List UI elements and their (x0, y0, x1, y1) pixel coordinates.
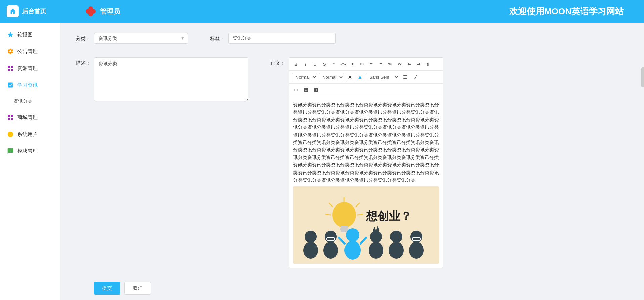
svg-rect-9 (340, 228, 348, 230)
header-home[interactable]: 后台首页 (7, 5, 67, 17)
svg-rect-8 (341, 226, 348, 228)
underline-button[interactable]: U (311, 60, 319, 68)
svg-point-22 (346, 228, 359, 242)
sidebar-item-modules[interactable]: 模块管理 (0, 143, 60, 159)
category-label: 分类： (74, 33, 91, 42)
grid-icon (7, 65, 14, 72)
image-button[interactable] (302, 86, 311, 95)
clear-format-button[interactable]: 𝐼 (411, 73, 419, 81)
shop-icon (7, 114, 14, 121)
admin-icon (85, 5, 97, 17)
align-center-button[interactable]: ☰ (401, 73, 409, 81)
sidebar-item-resource[interactable]: 资源管理 (0, 60, 60, 77)
desc-field: 描述： (74, 57, 248, 101)
superscript-button[interactable]: x2 (395, 60, 404, 68)
sidebar-label-users: 系统用户 (17, 131, 38, 138)
font-select[interactable]: Sans Serif (366, 73, 399, 81)
bold-button[interactable]: B (292, 60, 301, 68)
sidebar-item-users[interactable]: 系统用户 (0, 126, 60, 143)
content-label: 正文： (269, 57, 285, 66)
strikethrough-button[interactable]: S (320, 60, 329, 68)
svg-point-17 (305, 231, 317, 243)
main-content: 分类： 资讯分类 ▼ 标签： 描述： (60, 23, 644, 300)
highlight-button[interactable]: ▲ (356, 73, 364, 81)
font-select-wrapper: Sans Serif (366, 73, 399, 81)
svg-rect-10 (341, 230, 348, 232)
tag-input[interactable] (228, 33, 336, 44)
editor-text: 资讯分类资讯分类资讯分类资讯分类资讯分类资讯分类资讯分类资讯分类资讯分类资讯分类… (293, 101, 439, 184)
subscript-button[interactable]: x2 (386, 60, 395, 68)
svg-line-15 (358, 214, 363, 215)
submit-button[interactable]: 提交 (94, 282, 120, 295)
quote-button[interactable]: “ (329, 60, 338, 68)
form-actions: 提交 取消 (74, 282, 631, 295)
svg-point-31 (410, 231, 422, 243)
learning-icon (7, 81, 14, 89)
indent-right-button[interactable]: ⇒ (414, 60, 423, 68)
svg-point-7 (332, 202, 356, 228)
users-icon (7, 130, 14, 138)
editor-content[interactable]: 资讯分类资讯分类资讯分类资讯分类资讯分类资讯分类资讯分类资讯分类资讯分类资讯分类… (289, 97, 443, 268)
tag-field: 标签： (208, 33, 336, 44)
sidebar-label-modules: 模块管理 (17, 148, 38, 154)
size-select-wrapper: Normal (319, 73, 344, 81)
style-select[interactable]: Normal (292, 73, 317, 81)
unordered-list-button[interactable]: ≡ (376, 60, 385, 68)
sidebar-label-news-cat: 资讯分类 (13, 98, 32, 104)
sidebar-item-carousel[interactable]: 轮播图 (0, 26, 60, 43)
svg-point-33 (409, 242, 424, 259)
link-button[interactable] (292, 86, 301, 95)
home-icon-wrapper (7, 5, 19, 17)
layout: 轮播图 公告管理 资源管理 学习资讯 (0, 23, 644, 300)
svg-point-21 (323, 242, 338, 259)
star-icon (7, 31, 14, 38)
svg-point-4 (88, 9, 93, 14)
svg-point-28 (369, 242, 383, 259)
svg-point-30 (389, 242, 404, 259)
video-button[interactable] (312, 86, 321, 95)
size-select[interactable]: Normal (319, 73, 344, 81)
desc-label: 描述： (74, 57, 91, 66)
svg-point-5 (8, 132, 13, 137)
tag-label: 标签： (208, 33, 225, 42)
indent-left-button[interactable]: ⇐ (405, 60, 413, 68)
sidebar: 轮播图 公告管理 资源管理 学习资讯 (0, 23, 60, 300)
rich-editor: B I U S “ <> H1 H2 ≡ ≡ x2 x2 ⇐ ⇒ (289, 57, 443, 268)
desc-textarea[interactable] (94, 57, 248, 101)
editor-toolbar-row2: Normal Normal A ▲ Sans Serif (289, 71, 443, 84)
sidebar-label-carousel: 轮播图 (17, 32, 33, 38)
category-select-wrapper: 资讯分类 ▼ (94, 33, 188, 44)
editor-image: 想创业？ (293, 186, 439, 264)
italic-button[interactable]: I (301, 60, 310, 68)
right-collapse-handle[interactable] (641, 67, 644, 87)
sidebar-item-shop[interactable]: 商城管理 (0, 109, 60, 126)
font-color-button[interactable]: A (346, 73, 354, 81)
svg-text:想创业？: 想创业？ (366, 210, 412, 222)
ordered-list-button[interactable]: ≡ (367, 60, 376, 68)
sidebar-item-notice[interactable]: 公告管理 (0, 43, 60, 60)
svg-point-19 (325, 231, 337, 243)
svg-point-29 (390, 231, 402, 243)
h2-button[interactable]: H2 (358, 60, 366, 68)
header: 后台首页 管理员 欢迎使用MOON英语学习网站 (0, 0, 644, 23)
svg-line-14 (326, 214, 331, 215)
editor-toolbar-row3 (289, 84, 443, 97)
sidebar-label-notice: 公告管理 (17, 48, 38, 55)
category-select[interactable]: 资讯分类 (94, 33, 188, 44)
sidebar-item-learning[interactable]: 学习资讯 (0, 77, 60, 93)
sidebar-item-news-cat[interactable]: 资讯分类 (0, 93, 60, 109)
code-button[interactable]: <> (339, 60, 348, 68)
style-select-wrapper: Normal (292, 73, 317, 81)
admin-label: 管理员 (100, 7, 120, 16)
modules-icon (7, 147, 14, 155)
site-title: 欢迎使用MOON英语学习网站 (356, 6, 637, 17)
entrepreneur-illustration: 想创业？ (301, 188, 431, 262)
cancel-button[interactable]: 取消 (124, 282, 151, 295)
home-icon (9, 8, 16, 15)
category-field: 分类： 资讯分类 ▼ (74, 33, 188, 44)
h1-button[interactable]: H1 (348, 60, 357, 68)
editor-toolbar-row1: B I U S “ <> H1 H2 ≡ ≡ x2 x2 ⇐ ⇒ (289, 58, 443, 71)
sidebar-label-learning: 学习资讯 (17, 82, 38, 88)
content-field: 正文： B I U S “ <> H1 H2 ≡ ≡ x2 (269, 57, 443, 268)
paragraph-button[interactable]: ¶ (423, 60, 432, 68)
